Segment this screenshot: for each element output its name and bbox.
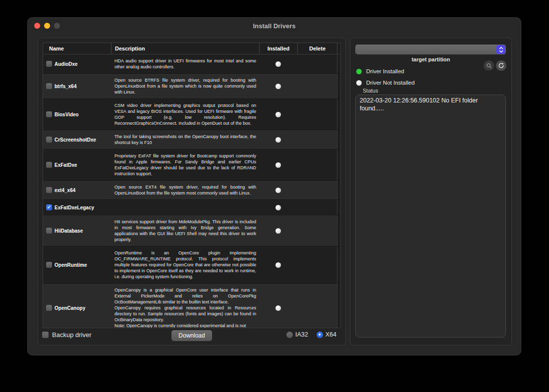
installed-indicator[interactable] <box>275 188 281 193</box>
driver-installed-radio[interactable] <box>356 69 362 74</box>
driver-name: ext4_x64 <box>55 188 75 193</box>
driver-name: OpenRuntime <box>55 262 87 268</box>
driver-name: AudioDxe <box>55 61 78 67</box>
driver-checkbox[interactable] <box>46 262 52 268</box>
scrollbar-gutter <box>337 74 340 98</box>
delete-cell <box>297 284 337 328</box>
search-button[interactable] <box>484 60 494 71</box>
driver-description: Open source BTRFS file system driver, re… <box>111 74 259 98</box>
refresh-icon <box>498 62 504 69</box>
delete-cell <box>297 130 337 149</box>
installed-indicator[interactable] <box>275 84 281 89</box>
scrollbar-gutter <box>337 43 340 54</box>
driver-description: HDA audio support driver in UEFI firmwar… <box>111 54 259 73</box>
scrollbar-gutter <box>337 246 340 283</box>
driver-description <box>111 200 259 215</box>
target-partition-groupbox: target partition Driver Installed Driver… <box>350 38 512 345</box>
delete-cell <box>297 200 337 215</box>
scrollbar-gutter <box>337 99 340 130</box>
scrollbar-gutter <box>337 181 340 199</box>
refresh-button[interactable] <box>496 60 506 71</box>
status-log-text: 2022-03-20 12:26:56.590102 No EFI folder… <box>356 95 505 114</box>
driver-name: OpenCanopy <box>55 305 85 311</box>
combobox-stepper-icon[interactable] <box>496 45 505 54</box>
driver-checkbox[interactable] <box>46 305 52 311</box>
driver-checkbox[interactable] <box>46 204 52 210</box>
driver-checkbox[interactable] <box>46 61 52 67</box>
scrollbar-gutter <box>337 54 340 73</box>
delete-cell <box>297 99 337 130</box>
driver-not-installed-label: Driver Not Installed <box>366 80 415 86</box>
arch-radio-ia32[interactable] <box>286 332 293 338</box>
download-button[interactable]: Download <box>171 330 212 341</box>
installed-indicator[interactable] <box>275 61 281 67</box>
drivers-groupbox: Name Description Installed Delete AudioD… <box>38 38 346 345</box>
delete-cell <box>297 149 337 180</box>
delete-cell <box>297 181 337 199</box>
app-window: Install Drivers Name Description Install… <box>27 17 521 355</box>
table-row: HiiDatabase HII services support driver … <box>43 215 340 246</box>
driver-name: ExFatDxeLegacy <box>55 205 94 210</box>
table-row: ext4_x64 Open source EXT4 file system dr… <box>43 180 340 199</box>
installed-indicator[interactable] <box>275 262 281 268</box>
column-header-name[interactable]: Name <box>43 43 111 54</box>
arch-label-x64: X64 <box>326 331 336 338</box>
backup-driver-label: Backup driver <box>52 331 91 339</box>
table-row: ExFatDxe Proprietary ExFAT file system d… <box>43 149 340 180</box>
driver-description: The tool for taking screenshots on the O… <box>111 130 259 149</box>
driver-checkbox[interactable] <box>46 137 52 143</box>
driver-checkbox[interactable] <box>46 187 52 193</box>
delete-cell <box>297 246 337 283</box>
driver-checkbox[interactable] <box>46 162 52 168</box>
driver-checkbox[interactable] <box>46 111 52 117</box>
installed-indicator[interactable] <box>275 137 281 143</box>
table-row: BiosVideo CSM video driver implementing … <box>43 98 340 130</box>
delete-cell <box>297 54 337 73</box>
scrollbar-gutter <box>337 215 340 246</box>
driver-checkbox[interactable] <box>46 228 52 234</box>
installed-indicator[interactable] <box>275 305 281 311</box>
scrollbar-gutter <box>337 130 340 149</box>
driver-description: Proprietary ExFAT file system driver for… <box>111 149 259 180</box>
titlebar: Install Drivers <box>28 18 521 35</box>
delete-cell <box>297 74 337 98</box>
scrollbar-gutter <box>337 149 340 180</box>
installed-indicator[interactable] <box>275 228 281 234</box>
table-row: AudioDxe HDA audio support driver in UEF… <box>43 54 340 73</box>
scrollbar-gutter <box>337 200 340 215</box>
driver-name: BiosVideo <box>55 112 79 117</box>
installed-indicator[interactable] <box>275 162 281 168</box>
driver-checkbox[interactable] <box>46 83 52 89</box>
driver-not-installed-radio[interactable] <box>356 80 362 86</box>
driver-description: OpenCanopy is a graphical OpenCore user … <box>111 284 259 328</box>
table-row: ExFatDxeLegacy <box>43 199 340 215</box>
status-log-box[interactable]: 2022-03-20 12:26:56.590102 No EFI folder… <box>355 95 506 338</box>
arch-label-ia32: IA32 <box>295 331 308 338</box>
status-label: Status <box>363 88 378 94</box>
table-row: btrfs_x64 Open source BTRFS file system … <box>43 73 340 98</box>
arch-radio-x64[interactable] <box>317 332 323 338</box>
driver-description: HII services support driver from MdeModu… <box>111 215 259 246</box>
driver-name: ExFatDxe <box>55 162 77 168</box>
driver-description: Open source EXT4 file system driver, req… <box>111 181 259 199</box>
scrollbar-gutter <box>337 284 340 328</box>
table-footer: Backup driver Download IA32 X64 <box>38 327 345 345</box>
table-row: OpenRuntime OpenRuntime is an OpenCore p… <box>43 246 340 283</box>
installed-indicator[interactable] <box>275 112 281 117</box>
table-row: OpenCanopy OpenCanopy is a graphical Ope… <box>43 283 340 328</box>
delete-cell <box>297 215 337 246</box>
driver-name: HiiDatabase <box>55 228 83 234</box>
driver-name: btrfs_x64 <box>55 84 76 89</box>
window-title: Install Drivers <box>28 22 521 30</box>
driver-installed-label: Driver Installed <box>366 68 404 74</box>
column-header-description[interactable]: Description <box>111 43 259 54</box>
table-body: AudioDxe HDA audio support driver in UEF… <box>43 54 340 328</box>
table-header: Name Description Installed Delete <box>43 43 340 54</box>
drivers-table: Name Description Installed Delete AudioD… <box>43 43 341 328</box>
table-row: CrScreenshotDxe The tool for taking scre… <box>43 130 340 149</box>
column-header-delete[interactable]: Delete <box>297 43 337 54</box>
backup-driver-checkbox[interactable] <box>42 332 49 338</box>
column-header-installed[interactable]: Installed <box>259 43 297 54</box>
installed-indicator[interactable] <box>275 205 281 210</box>
partition-select[interactable] <box>355 45 506 54</box>
